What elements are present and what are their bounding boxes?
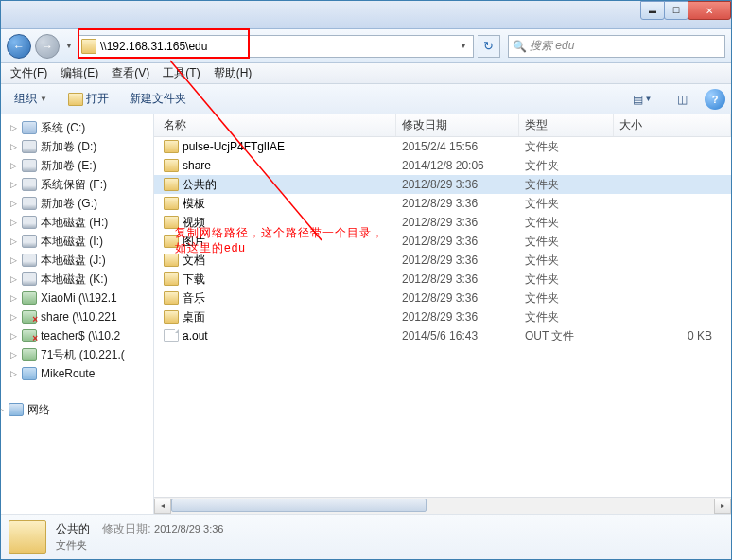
- drive-icon: [22, 140, 37, 153]
- file-date: 2012/8/29 3:36: [396, 197, 519, 210]
- menu-edit[interactable]: 编辑(E): [55, 63, 104, 83]
- file-type: 文件夹: [519, 158, 614, 174]
- col-type[interactable]: 类型: [519, 114, 614, 136]
- expand-icon[interactable]: ▷: [9, 350, 18, 359]
- menu-help[interactable]: 帮助(H): [208, 63, 258, 83]
- explorer-window: ← → ▼ ▼ ↻ 🔍 搜索 edu 文件(F) 编辑(E) 查看(V) 工具(…: [0, 0, 732, 560]
- scroll-thumb[interactable]: [171, 499, 427, 512]
- open-button[interactable]: 打开: [61, 88, 116, 110]
- details-name: 公共的: [56, 522, 90, 535]
- expand-icon[interactable]: ▷: [9, 369, 18, 378]
- tree-item[interactable]: ▷系统 (C:): [1, 118, 153, 137]
- file-name: 图片: [183, 234, 205, 250]
- expand-icon[interactable]: ▷: [9, 199, 18, 208]
- menu-tools[interactable]: 工具(T): [157, 63, 205, 83]
- expand-icon[interactable]: ▷: [9, 331, 18, 341]
- file-name: share: [183, 159, 211, 172]
- new-folder-button[interactable]: 新建文件夹: [122, 88, 194, 110]
- tree-item[interactable]: ▷本地磁盘 (K:): [1, 270, 153, 289]
- refresh-button[interactable]: ↻: [478, 35, 500, 58]
- file-name: 桌面: [183, 309, 205, 325]
- file-name: 下载: [183, 271, 205, 288]
- menu-bar: 文件(F) 编辑(E) 查看(V) 工具(T) 帮助(H): [1, 63, 731, 84]
- command-bar: 组织▼ 打开 新建文件夹 ▤ ▼ ◫ ?: [1, 84, 731, 114]
- file-date: 2012/8/29 3:36: [396, 235, 519, 248]
- help-button[interactable]: ?: [705, 89, 725, 110]
- view-options-button[interactable]: ▤ ▼: [625, 89, 659, 110]
- file-row[interactable]: 音乐2012/8/29 3:36文件夹: [154, 289, 731, 307]
- expand-icon[interactable]: ▷: [9, 180, 18, 189]
- navigation-tree[interactable]: ▷系统 (C:)▷新加卷 (D:)▷新加卷 (E:)▷系统保留 (F:)▷新加卷…: [1, 114, 154, 514]
- file-type: OUT 文件: [519, 328, 614, 344]
- nav-forward-button[interactable]: →: [35, 34, 60, 59]
- tree-item[interactable]: ▷本地磁盘 (J:): [1, 251, 153, 270]
- expand-icon[interactable]: ▷: [9, 255, 18, 265]
- organize-button[interactable]: 组织▼: [7, 88, 55, 110]
- file-name: 音乐: [183, 290, 205, 306]
- tree-label: 本地磁盘 (J:): [41, 253, 106, 269]
- col-size[interactable]: 大小: [614, 114, 731, 136]
- menu-view[interactable]: 查看(V): [106, 63, 155, 83]
- file-list[interactable]: pulse-UcjP4FTglIAE2015/2/4 15:56文件夹share…: [154, 137, 731, 497]
- file-name: 模板: [183, 196, 205, 212]
- address-input[interactable]: [100, 40, 456, 53]
- search-box[interactable]: 🔍 搜索 edu: [508, 35, 725, 58]
- address-dropdown[interactable]: ▼: [456, 42, 471, 50]
- file-row[interactable]: pulse-UcjP4FTglIAE2015/2/4 15:56文件夹: [154, 137, 731, 156]
- nav-history-dropdown[interactable]: ▼: [63, 37, 75, 56]
- tree-item[interactable]: ▷新加卷 (G:): [1, 194, 153, 213]
- expand-icon[interactable]: ▷: [9, 161, 18, 170]
- col-date[interactable]: 修改日期: [396, 114, 519, 136]
- file-row[interactable]: 图片2012/8/29 3:36文件夹: [154, 232, 731, 251]
- tree-item[interactable]: ▷本地磁盘 (I:): [1, 232, 153, 251]
- file-type: 文件夹: [519, 215, 614, 231]
- scroll-track[interactable]: [171, 499, 714, 514]
- address-bar[interactable]: ▼: [78, 35, 474, 58]
- tree-item[interactable]: ▷teacher$ (\\10.2: [1, 326, 153, 345]
- tree-label: 网络: [27, 402, 50, 418]
- expand-icon[interactable]: ▷: [1, 405, 5, 414]
- folder-icon: [81, 39, 96, 54]
- tree-item[interactable]: ▷系统保留 (F:): [1, 175, 153, 194]
- close-button[interactable]: [688, 1, 731, 20]
- tree-item-network[interactable]: ▷网络: [1, 400, 153, 419]
- tree-item[interactable]: ▷share (\\10.221: [1, 307, 153, 326]
- preview-pane-button[interactable]: ◫: [665, 89, 699, 110]
- menu-file[interactable]: 文件(F): [5, 63, 53, 83]
- maximize-button[interactable]: [664, 1, 688, 20]
- drive-icon: [22, 121, 37, 134]
- file-row[interactable]: share2014/12/8 20:06文件夹: [154, 156, 731, 175]
- nav-back-button[interactable]: ←: [7, 34, 31, 59]
- tree-label: 71号机 (10.221.(: [41, 347, 125, 363]
- expand-icon[interactable]: ▷: [9, 142, 18, 151]
- tree-item[interactable]: ▷71号机 (10.221.(: [1, 345, 153, 364]
- tree-item[interactable]: ▷MikeRoute: [1, 364, 153, 383]
- file-row[interactable]: 桌面2012/8/29 3:36文件夹: [154, 307, 731, 326]
- file-date: 2014/5/6 16:43: [396, 329, 519, 342]
- file-row[interactable]: 模板2012/8/29 3:36文件夹: [154, 194, 731, 213]
- col-name[interactable]: 名称: [154, 114, 396, 136]
- tree-item[interactable]: ▷新加卷 (E:): [1, 156, 153, 175]
- minimize-button[interactable]: [640, 1, 665, 20]
- titlebar: [1, 1, 731, 29]
- scroll-left-button[interactable]: ◂: [154, 499, 171, 514]
- expand-icon[interactable]: ▷: [9, 293, 18, 303]
- drive-icon: [22, 348, 37, 361]
- file-row[interactable]: 下载2012/8/29 3:36文件夹: [154, 270, 731, 289]
- scroll-right-button[interactable]: ▸: [714, 499, 731, 514]
- tree-item[interactable]: ▷XiaoMi (\\192.1: [1, 289, 153, 307]
- file-row[interactable]: a.out2014/5/6 16:43OUT 文件0 KB: [154, 326, 731, 345]
- drive-icon: [22, 310, 37, 324]
- file-type: 文件夹: [519, 290, 614, 306]
- expand-icon[interactable]: ▷: [9, 274, 18, 284]
- file-row[interactable]: 视频2012/8/29 3:36文件夹: [154, 213, 731, 232]
- expand-icon[interactable]: ▷: [9, 123, 18, 132]
- horizontal-scrollbar[interactable]: ◂ ▸: [154, 497, 731, 514]
- tree-item[interactable]: ▷本地磁盘 (H:): [1, 213, 153, 232]
- expand-icon[interactable]: ▷: [9, 218, 18, 227]
- file-row[interactable]: 文档2012/8/29 3:36文件夹: [154, 251, 731, 270]
- tree-item[interactable]: ▷新加卷 (D:): [1, 137, 153, 156]
- file-row[interactable]: 公共的2012/8/29 3:36文件夹: [154, 175, 731, 194]
- expand-icon[interactable]: ▷: [9, 312, 18, 322]
- expand-icon[interactable]: ▷: [9, 236, 18, 246]
